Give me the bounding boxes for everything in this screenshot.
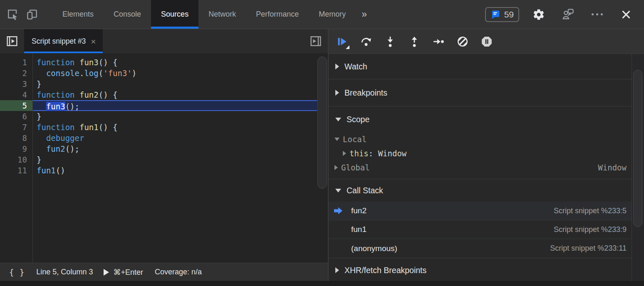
more-panels-button[interactable]: » — [356, 0, 373, 29]
sidebar-scrollbar-thumb[interactable] — [633, 70, 642, 227]
editor-scrollbar[interactable] — [317, 57, 327, 189]
code-token: function — [37, 123, 75, 132]
line-number[interactable]: 7 — [0, 122, 32, 133]
settings-button[interactable] — [529, 8, 548, 21]
tab-elements[interactable]: Elements — [52, 0, 104, 29]
inspect-element-button[interactable] — [3, 0, 22, 29]
panel-right-play-icon — [309, 35, 322, 48]
scope-this-entry: this: Window — [349, 149, 406, 158]
scope-local-label: Local — [343, 135, 367, 144]
console-messages-badge[interactable]: 59 — [485, 7, 519, 22]
code-token: (); — [65, 144, 79, 153]
line-number[interactable]: 5 — [0, 100, 32, 111]
code-line: 7function fun1() { — [0, 122, 317, 133]
tab-close-icon[interactable]: × — [91, 37, 96, 46]
step-out-button[interactable] — [405, 32, 424, 51]
sources-editor-pane: Script snippet #3 × 1function — [0, 29, 329, 281]
section-xhr-breakpoints[interactable]: XHR/fetch Breakpoints — [329, 258, 632, 282]
code-text[interactable]: } — [32, 154, 317, 165]
code-editor[interactable]: 1function fun3() {2 console.log('fun3')3… — [0, 53, 328, 263]
pretty-print-button[interactable]: { } — [0, 268, 32, 277]
code-text[interactable]: function fun3() { — [32, 57, 317, 68]
code-token: function — [37, 90, 75, 99]
code-text[interactable]: console.log('fun3') — [32, 68, 317, 79]
code-text[interactable]: } — [32, 79, 317, 89]
section-xhr-label: XHR/fetch Breakpoints — [344, 266, 426, 275]
line-number[interactable]: 2 — [0, 68, 32, 79]
scope-global-row[interactable]: Global Window — [329, 160, 632, 175]
scope-tree: Local this: Window Global Window — [329, 132, 632, 179]
deactivate-breakpoints-icon — [456, 35, 469, 48]
scope-global-value: Window — [598, 163, 632, 172]
device-toolbar-button[interactable] — [22, 0, 42, 29]
code-token — [75, 58, 79, 67]
code-token — [37, 144, 46, 153]
coverage-status: Coverage: n/a — [153, 268, 202, 276]
code-token — [75, 123, 79, 132]
section-call-stack[interactable]: Call Stack — [329, 179, 632, 202]
panel-tabs: ElementsConsoleSourcesNetworkPerformance… — [52, 0, 356, 29]
tab-memory[interactable]: Memory — [309, 0, 356, 29]
code-line: 2 console.log('fun3') — [0, 68, 317, 79]
line-number[interactable]: 3 — [0, 79, 32, 89]
gutter-divider — [32, 53, 33, 263]
tab-performance[interactable]: Performance — [246, 0, 309, 29]
section-scope[interactable]: Scope — [329, 106, 632, 132]
pause-on-exceptions-icon — [481, 35, 493, 48]
step-into-button[interactable] — [381, 32, 399, 51]
show-debugger-sidebar-button[interactable] — [304, 29, 328, 53]
code-text[interactable]: debugger — [32, 133, 317, 143]
code-token: 'fun3' — [103, 69, 132, 78]
deactivate-breakpoints-button[interactable] — [453, 32, 472, 51]
tab-label: Memory — [319, 10, 346, 19]
show-navigator-button[interactable] — [0, 29, 24, 53]
code-token: ) — [132, 69, 136, 78]
feedback-icon — [561, 8, 575, 21]
step-over-button[interactable] — [357, 32, 375, 51]
code-text[interactable]: fun3(); — [32, 100, 317, 111]
expanded-triangle-icon — [334, 138, 339, 141]
debugger-sidebar: Watch Breakpoints Scope Local — [329, 29, 644, 281]
code-text[interactable]: fun2(); — [32, 143, 317, 154]
step-over-icon — [360, 35, 372, 48]
editor-tab-script-snippet[interactable]: Script snippet #3 × — [24, 29, 103, 53]
line-number[interactable]: 10 — [0, 154, 32, 165]
run-icon — [104, 269, 109, 276]
pause-on-exceptions-button[interactable] — [478, 32, 496, 51]
sidebar-scrollbar-track[interactable] — [632, 54, 644, 281]
code-token — [75, 90, 79, 99]
line-number[interactable]: 9 — [0, 143, 32, 154]
step-out-icon — [408, 35, 421, 48]
call-stack-frame[interactable]: fun2Script snippet %233:5 — [329, 202, 632, 220]
code-text[interactable]: function fun1() { — [32, 122, 317, 133]
call-stack-frame[interactable]: (anonymous)Script snippet %233:11 — [329, 239, 632, 258]
line-number[interactable]: 8 — [0, 133, 32, 143]
line-number[interactable]: 4 — [0, 89, 32, 100]
section-watch[interactable]: Watch — [329, 54, 632, 79]
gear-icon — [533, 8, 545, 21]
code-token: console — [46, 69, 79, 78]
code-text[interactable]: function fun2() { — [32, 89, 317, 100]
line-number[interactable]: 11 — [0, 165, 32, 176]
tab-network[interactable]: Network — [198, 0, 246, 29]
collapsed-triangle-icon — [334, 165, 338, 170]
step-button[interactable] — [429, 32, 448, 51]
more-options-button[interactable] — [587, 13, 607, 15]
code-text[interactable]: } — [32, 111, 317, 122]
code-token — [37, 133, 46, 143]
feedback-button[interactable] — [558, 8, 577, 21]
close-devtools-button[interactable] — [617, 9, 636, 20]
long-press-indicator — [346, 45, 349, 49]
call-stack-frame[interactable]: fun1Script snippet %233:9 — [329, 220, 632, 239]
scope-local-row[interactable]: Local — [329, 132, 632, 146]
line-number[interactable]: 1 — [0, 57, 32, 68]
tab-console[interactable]: Console — [104, 0, 151, 29]
resume-button[interactable] — [333, 32, 351, 51]
code-text[interactable]: fun1() — [32, 165, 317, 176]
code-line: 9 fun2(); — [0, 143, 317, 154]
tab-sources[interactable]: Sources — [151, 0, 198, 29]
device-toolbar-icon — [25, 8, 39, 21]
section-breakpoints[interactable]: Breakpoints — [329, 79, 632, 106]
scope-this-row[interactable]: this: Window — [329, 146, 632, 160]
line-number[interactable]: 6 — [0, 111, 32, 122]
